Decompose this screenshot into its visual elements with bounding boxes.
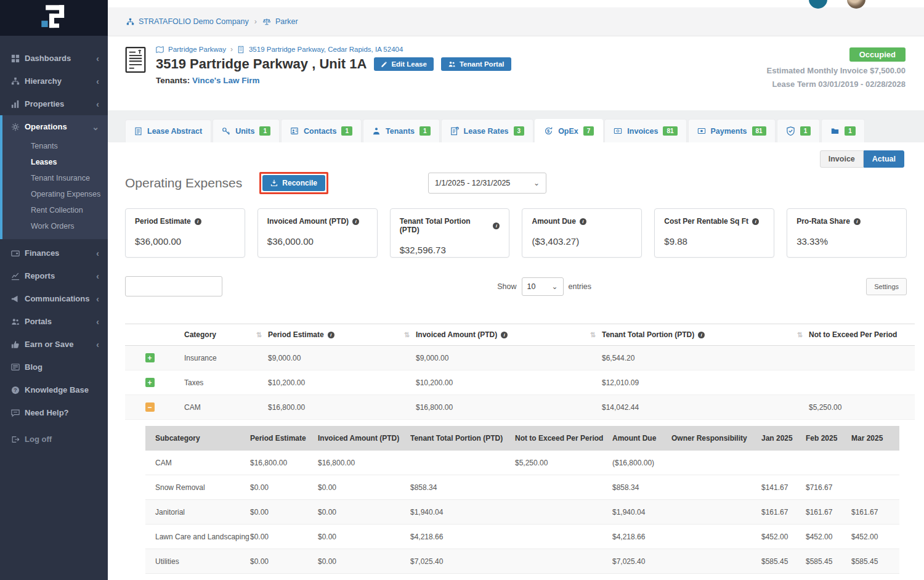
sidebar-item-operations[interactable]: Operations: [0, 115, 108, 138]
cam-subtable: Subcategory Period Estimate Invoiced Amo…: [145, 426, 899, 574]
dashboards-icon: [11, 54, 25, 63]
subtable-row: Lawn Care and Landscaping $0.00 $0.00 $4…: [145, 525, 899, 549]
info-icon[interactable]: [195, 218, 201, 225]
main-area: STRATAFOLIO Demo Company Parker Partridg…: [108, 0, 924, 580]
breadcrumb-entity[interactable]: Parker: [262, 17, 298, 26]
sort-icon[interactable]: [590, 331, 596, 339]
tab-badge: 1: [341, 126, 352, 136]
info-icon[interactable]: [580, 218, 586, 225]
tab-lease-abstract[interactable]: Lease Abstract: [125, 120, 211, 142]
actual-toggle-button[interactable]: Actual: [864, 150, 904, 168]
blog-icon: [11, 363, 25, 372]
sidebar-item-hierarchy[interactable]: Hierarchy: [0, 70, 108, 92]
tenant-icon: [372, 127, 381, 136]
sidebar-item-communications[interactable]: Communications: [0, 287, 108, 310]
date-range-select[interactable]: 1/1/2025 - 12/31/2025: [428, 173, 546, 194]
sidebar-item-need-help[interactable]: Need Help?: [0, 401, 108, 424]
expand-column-header: [125, 324, 174, 345]
breadcrumb-address-link[interactable]: 3519 Partridge Parkway, Cedar Rapids, IA…: [249, 46, 403, 53]
subtable-row: Utilities $0.00 $0.00 $7,025.40 $7,025.4…: [145, 549, 899, 574]
user-avatar[interactable]: [847, 0, 865, 9]
page-size-select[interactable]: 10: [522, 277, 564, 296]
column-header-category[interactable]: Category: [174, 324, 268, 345]
info-icon[interactable]: [352, 218, 359, 225]
sidebar-item-earn-or-save[interactable]: Earn or Save: [0, 333, 108, 356]
column-header-invoiced[interactable]: Invoiced Amount (PTD): [416, 324, 602, 345]
tab-badge: 3: [514, 126, 525, 136]
operations-submenu: Tenants Leases Tenant Insurance Operatin…: [0, 138, 108, 234]
tab-payments[interactable]: Payments 81: [688, 119, 776, 142]
edit-lease-button[interactable]: Edit Lease: [374, 57, 434, 71]
building-icon: [237, 46, 245, 54]
finances-icon: [11, 249, 25, 258]
column-header-period-estimate[interactable]: Period Estimate: [268, 324, 416, 345]
column-header-not-to-exceed[interactable]: Not to Exceed Per Period: [809, 324, 915, 345]
sidebar-item-operating-expenses[interactable]: Operating Expenses: [0, 186, 108, 202]
document-icon: [134, 127, 142, 136]
lease-document-icon: [125, 46, 146, 110]
logo-icon: [38, 4, 70, 32]
org-avatar[interactable]: [809, 0, 827, 9]
sort-icon[interactable]: [797, 331, 803, 339]
sidebar-item-reports[interactable]: Reports: [0, 264, 108, 287]
sidebar-item-finances[interactable]: Finances: [0, 242, 108, 264]
card-tenant-total-portion: Tenant Total Portion (PTD) $32,596.73: [390, 208, 510, 258]
tab-documents[interactable]: 1: [821, 119, 865, 142]
invoice-toggle-button[interactable]: Invoice: [820, 150, 864, 168]
tab-badge: 7: [583, 126, 594, 136]
tab-compliance[interactable]: 1: [777, 119, 821, 142]
property-breadcrumb: Partridge Parkway 3519 Partridge Parkway…: [156, 45, 511, 54]
sidebar-item-tenant-insurance[interactable]: Tenant Insurance: [0, 170, 108, 186]
sidebar-item-knowledge-base[interactable]: ? Knowledge Base: [0, 378, 108, 401]
sidebar-item-portals[interactable]: Portals: [0, 310, 108, 333]
tab-tenants[interactable]: Tenants 1: [363, 119, 440, 142]
tenant-link[interactable]: Vince's Law Firm: [192, 76, 260, 85]
tab-contacts[interactable]: Contacts 1: [281, 119, 362, 142]
tab-invoices[interactable]: Invoices 81: [604, 119, 686, 142]
tenant-portal-button[interactable]: Tenant Portal: [441, 57, 511, 71]
portals-icon: [11, 317, 25, 326]
search-input[interactable]: [125, 276, 222, 296]
sidebar-item-work-orders[interactable]: Work Orders: [0, 218, 108, 234]
tab-opex[interactable]: $ OpEx 7: [535, 119, 603, 142]
expand-row-button[interactable]: [145, 378, 155, 387]
breadcrumb-property-link[interactable]: Partridge Parkway: [168, 46, 226, 53]
breadcrumb-company[interactable]: STRATAFOLIO Demo Company: [126, 17, 249, 26]
summary-cards: Period Estimate $36,000.00 Invoiced Amou…: [125, 208, 915, 258]
folder-icon: [830, 127, 840, 135]
tab-lease-rates[interactable]: 0 Lease Rates 3: [441, 119, 534, 142]
collapse-row-button[interactable]: [145, 402, 155, 412]
tab-units[interactable]: Units 1: [213, 119, 280, 142]
sort-icon[interactable]: [404, 331, 410, 339]
info-icon[interactable]: [752, 218, 759, 225]
expand-row-button[interactable]: [145, 353, 155, 362]
breadcrumb: STRATAFOLIO Demo Company Parker: [108, 7, 924, 36]
lease-header: Partridge Parkway 3519 Partridge Parkway…: [108, 36, 924, 110]
chevron-left-icon: [96, 249, 99, 258]
sidebar-item-tenants[interactable]: Tenants: [0, 138, 108, 154]
settings-button[interactable]: Settings: [866, 278, 907, 295]
sidebar-item-properties[interactable]: Properties: [0, 92, 108, 115]
table-row: Taxes $10,200.00 $10,200.00 $12,010.09: [125, 370, 915, 395]
sidebar-item-rent-collection[interactable]: Rent Collection: [0, 202, 108, 218]
lease-header-right: Occupied Estimated Monthly Invoice $7,50…: [767, 45, 906, 110]
info-icon[interactable]: [854, 218, 861, 225]
sidebar-item-log-off[interactable]: Log off: [0, 428, 108, 451]
tab-badge: 1: [800, 126, 811, 136]
stratafolio-logo[interactable]: [0, 0, 108, 36]
info-icon[interactable]: [493, 223, 500, 229]
sidebar-item-blog[interactable]: Blog: [0, 356, 108, 378]
info-icon[interactable]: [698, 332, 705, 338]
sort-icon[interactable]: [256, 331, 262, 339]
sidebar-item-leases[interactable]: Leases: [0, 154, 108, 170]
reconcile-button[interactable]: Reconcile: [262, 175, 325, 191]
shield-check-icon: [786, 126, 795, 136]
sidebar-item-dashboards[interactable]: Dashboards: [0, 47, 108, 70]
column-header-tenant-portion[interactable]: Tenant Total Portion (PTD): [602, 324, 809, 345]
subtable-header: Subcategory Period Estimate Invoiced Amo…: [145, 426, 899, 451]
tenants-line: Tenants: Vince's Law Firm: [156, 76, 511, 85]
subtable-row: CAM $16,800.00 $16,800.00 $5,250.00 ($16…: [145, 451, 899, 475]
info-icon[interactable]: [501, 332, 508, 338]
info-icon[interactable]: [328, 332, 334, 338]
table-row: Insurance $9,000.00 $9,000.00 $6,544.20: [125, 346, 915, 370]
